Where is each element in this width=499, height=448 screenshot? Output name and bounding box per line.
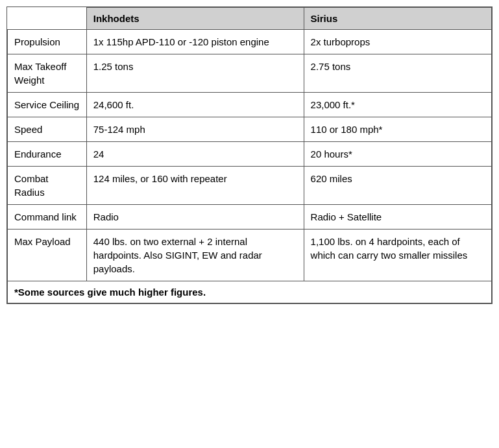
row-sirius: 23,000 ft.* [304,93,491,117]
row-inkhodets: 24 [86,142,304,167]
row-label: Service Ceiling [8,93,87,117]
table-row: Combat Radius124 miles, or 160 with repe… [8,167,492,205]
row-inkhodets: 440 lbs. on two external + 2 internal ha… [86,230,304,281]
row-label: Command link [8,205,87,230]
header-empty [8,8,87,30]
header-inkhodets: Inkhodets [86,8,304,30]
footer-row: *Some sources give much higher figures. [8,281,492,303]
table-row: Propulsion1x 115hp APD-110 or -120 pisto… [8,30,492,54]
row-label: Max Takeoff Weight [8,54,87,93]
row-sirius: 110 or 180 mph* [304,117,491,142]
table-row: Max Takeoff Weight1.25 tons2.75 tons [8,54,492,93]
row-sirius: 2x turboprops [304,30,491,54]
row-label: Combat Radius [8,167,87,205]
row-inkhodets: 124 miles, or 160 with repeater [86,167,304,205]
row-sirius: 620 miles [304,167,491,205]
row-inkhodets: 75-124 mph [86,117,304,142]
row-sirius: 20 hours* [304,142,491,167]
row-sirius: Radio + Satellite [304,205,491,230]
row-inkhodets: 1x 115hp APD-110 or -120 piston engine [86,30,304,54]
table-row: Endurance2420 hours* [8,142,492,167]
footer-text: *Some sources give much higher figures. [8,281,492,303]
table-row: Command linkRadioRadio + Satellite [8,205,492,230]
row-label: Speed [8,117,87,142]
row-sirius: 1,100 lbs. on 4 hardpoints, each of whic… [304,230,491,281]
table-row: Speed75-124 mph110 or 180 mph* [8,117,492,142]
comparison-table-wrapper: Inkhodets Sirius Propulsion1x 115hp APD-… [6,6,493,304]
comparison-table: Inkhodets Sirius Propulsion1x 115hp APD-… [7,7,492,303]
row-label: Endurance [8,142,87,167]
row-inkhodets: 24,600 ft. [86,93,304,117]
row-label: Propulsion [8,30,87,54]
header-sirius: Sirius [304,8,491,30]
row-inkhodets: Radio [86,205,304,230]
table-row: Service Ceiling24,600 ft.23,000 ft.* [8,93,492,117]
table-row: Max Payload440 lbs. on two external + 2 … [8,230,492,281]
row-label: Max Payload [8,230,87,281]
table-header-row: Inkhodets Sirius [8,8,492,30]
row-inkhodets: 1.25 tons [86,54,304,93]
row-sirius: 2.75 tons [304,54,491,93]
